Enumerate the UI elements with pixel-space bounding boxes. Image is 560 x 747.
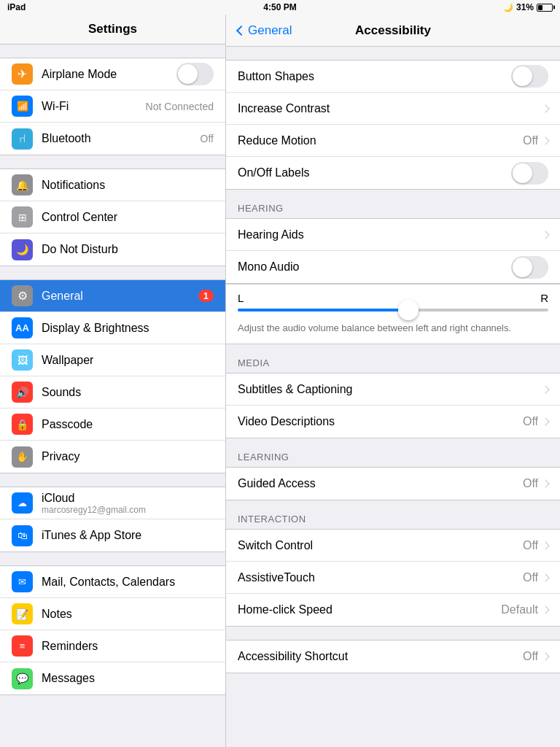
sidebar-item-general[interactable]: ⚙ General 1 (0, 280, 225, 312)
settings-row-monoaudio[interactable]: Mono Audio (226, 251, 560, 283)
sidebar-item-wifi[interactable]: 📶 Wi-Fi Not Connected (0, 90, 225, 123)
section-header-learning: LEARNING (226, 438, 560, 467)
settings-row-assistivetouch[interactable]: AssistiveTouch Off (226, 562, 560, 594)
status-icons: 🌙 31% (503, 2, 553, 12)
section-header-hearing: HEARING (226, 190, 560, 218)
sidebar-item-label: Do Not Disturb (42, 243, 214, 256)
sidebar-item-wallpaper[interactable]: 🖼 Wallpaper (0, 344, 225, 376)
battery-percent: 31% (516, 2, 534, 12)
sidebar-item-sounds[interactable]: 🔊 Sounds (0, 376, 225, 409)
sidebar-group-system: 🔔 Notifications ⊞ Control Center 🌙 Do No… (0, 169, 225, 266)
sidebar-header: Settings (0, 15, 225, 44)
sidebar-group-connectivity: ✈ Airplane Mode 📶 Wi-Fi Not Connected ⑁ … (0, 58, 225, 155)
sidebar-item-label: iTunes & App Store (42, 529, 214, 542)
wifi-value: Not Connected (146, 101, 214, 112)
slider-track[interactable] (238, 309, 548, 311)
interaction-group: Switch Control Off AssistiveTouch Off Ho… (226, 529, 560, 627)
battery-icon (537, 4, 553, 12)
slider-fill (238, 309, 408, 311)
settings-row-buttonshapes[interactable]: Button Shapes (226, 61, 560, 93)
row-label: On/Off Labels (238, 166, 511, 179)
passcode-icon: 🔒 (12, 414, 33, 435)
sidebar-item-airplane[interactable]: ✈ Airplane Mode (0, 58, 225, 90)
sidebar-item-donotdisturb[interactable]: 🌙 Do Not Disturb (0, 233, 225, 266)
itunes-icon: 🛍 (12, 525, 33, 546)
chevron-right-icon (541, 653, 549, 661)
learning-group: Guided Access Off (226, 467, 560, 500)
reminders-icon: ≡ (12, 635, 33, 657)
sidebar-item-label: Notes (42, 608, 214, 621)
display-icon: AA (12, 317, 33, 338)
device-label: iPad (7, 2, 26, 12)
airplane-toggle[interactable] (176, 63, 214, 85)
hearing-group: Hearing Aids Mono Audio (226, 218, 560, 284)
settings-row-switchcontrol[interactable]: Switch Control Off (226, 530, 560, 562)
icloud-icon: ☁ (12, 492, 33, 514)
sidebar-item-itunes[interactable]: 🛍 iTunes & App Store (0, 519, 225, 551)
row-value: Off (523, 477, 538, 490)
row-value: Off (523, 134, 538, 147)
audio-balance-slider-section: L R Adjust the audio volume balance betw… (226, 284, 560, 344)
sidebar-item-label: Mail, Contacts, Calendars (42, 576, 214, 589)
back-button[interactable]: General (238, 23, 292, 38)
settings-row-guidedaccess[interactable]: Guided Access Off (226, 468, 560, 500)
controlcenter-icon: ⊞ (12, 206, 33, 228)
sidebar-item-messages[interactable]: 💬 Messages (0, 662, 225, 694)
back-label: General (248, 23, 292, 38)
row-label: Button Shapes (238, 70, 511, 83)
onofflabels-toggle[interactable] (511, 162, 548, 185)
top-settings-group: Button Shapes Increase Contrast Reduce M… (226, 60, 560, 190)
chevron-right-icon (541, 541, 549, 549)
sidebar-item-notifications[interactable]: 🔔 Notifications (0, 169, 225, 201)
sidebar-item-label: General (42, 290, 198, 303)
sidebar-item-display[interactable]: AA Display & Brightness (0, 312, 225, 344)
section-header-media: MEDIA (226, 344, 560, 373)
buttonshapes-toggle[interactable] (511, 65, 548, 88)
settings-row-hearingaids[interactable]: Hearing Aids (226, 219, 560, 251)
sidebar-item-label: Display & Brightness (42, 322, 214, 335)
row-label: Home-click Speed (238, 603, 501, 616)
sounds-icon: 🔊 (12, 382, 33, 403)
row-value: Off (523, 539, 538, 552)
sidebar-item-controlcenter[interactable]: ⊞ Control Center (0, 201, 225, 233)
sidebar-item-passcode[interactable]: 🔒 Passcode (0, 409, 225, 441)
bluetooth-value: Off (201, 133, 214, 144)
row-label: Subtitles & Captioning (238, 383, 542, 396)
sidebar-group-apps: ✉ Mail, Contacts, Calendars 📝 Notes ≡ Re… (0, 565, 225, 695)
chevron-right-icon (541, 480, 549, 488)
general-badge: 1 (198, 290, 214, 302)
sidebar-item-privacy[interactable]: ✋ Privacy (0, 441, 225, 473)
row-label: Switch Control (238, 539, 523, 552)
row-label: Increase Contrast (238, 102, 542, 115)
sidebar-item-icloud[interactable]: ☁ iCloud marcosregy12@gmail.com (0, 487, 225, 519)
sidebar-item-label: Notifications (42, 179, 214, 192)
settings-row-reducemotion[interactable]: Reduce Motion Off (226, 125, 560, 157)
messages-icon: 💬 (12, 668, 33, 689)
wallpaper-icon: 🖼 (12, 349, 33, 371)
settings-row-videodesc[interactable]: Video Descriptions Off (226, 406, 560, 438)
donotdisturb-icon: 🌙 (12, 239, 33, 260)
sidebar-item-reminders[interactable]: ≡ Reminders (0, 630, 225, 662)
section-header-interaction: INTERACTION (226, 500, 560, 529)
slider-left-label: L (238, 292, 244, 304)
settings-row-onofflabels[interactable]: On/Off Labels (226, 157, 560, 189)
settings-row-accessibilityshortcut[interactable]: Accessibility Shortcut Off (226, 640, 560, 673)
sidebar-item-bluetooth[interactable]: ⑁ Bluetooth Off (0, 123, 225, 155)
monoaudio-toggle[interactable] (511, 256, 548, 279)
settings-row-subtitles[interactable]: Subtitles & Captioning (226, 374, 560, 406)
shortcut-group: Accessibility Shortcut Off (226, 640, 560, 673)
settings-row-increasecontrast[interactable]: Increase Contrast (226, 93, 560, 125)
chevron-right-icon (541, 136, 549, 144)
row-label: Guided Access (238, 477, 523, 490)
notifications-icon: 🔔 (12, 174, 33, 196)
time-display: 4:50 PM (263, 2, 296, 12)
sidebar-item-notes[interactable]: 📝 Notes (0, 598, 225, 630)
notes-icon: 📝 (12, 603, 33, 624)
right-panel-title: Accessibility (355, 23, 431, 38)
wifi-icon: 📶 (12, 96, 33, 117)
sidebar-item-mail[interactable]: ✉ Mail, Contacts, Calendars (0, 566, 225, 598)
right-panel: General Accessibility Button Shapes Incr… (226, 15, 560, 747)
general-icon: ⚙ (12, 285, 33, 306)
row-label: Mono Audio (238, 260, 511, 274)
settings-row-homeclickspeed[interactable]: Home-click Speed Default (226, 594, 560, 626)
